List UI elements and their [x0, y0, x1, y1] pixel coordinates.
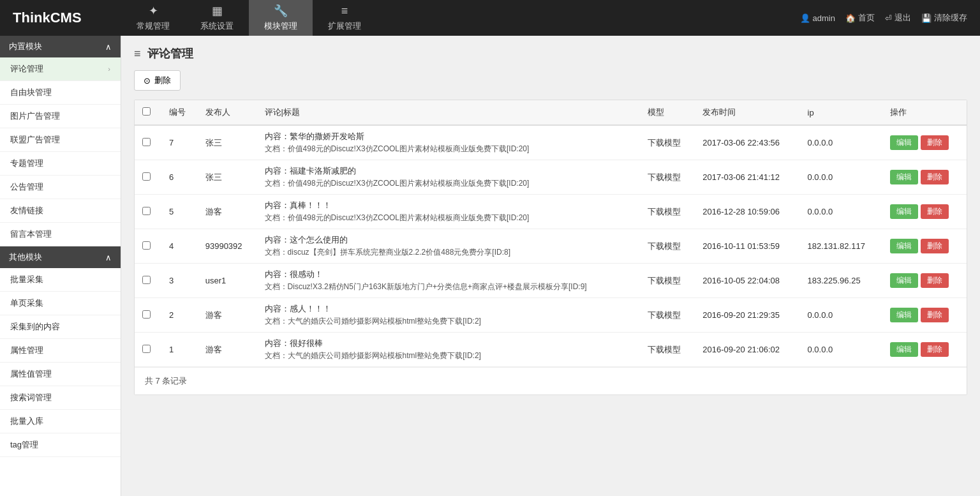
sidebar-item-freeblock[interactable]: 自由块管理 [0, 81, 121, 105]
row-author: 张三 [198, 125, 257, 160]
page-header: ≡ 评论管理 [134, 46, 967, 61]
comment-content: 内容：感人！！！ [265, 303, 632, 315]
edit-button[interactable]: 编辑 [890, 239, 918, 253]
delete-button-label: 删除 [154, 75, 171, 86]
nav-logout[interactable]: ⏎ 退出 [885, 12, 911, 24]
row-select-checkbox[interactable] [142, 276, 151, 284]
comment-content: 内容：繁华的撒娇开发哈斯 [265, 131, 632, 142]
sidebar-item-attrvalue-label: 属性值管理 [10, 368, 52, 380]
row-id: 6 [161, 160, 198, 195]
sidebar-item-tagmgr[interactable]: tag管理 [0, 433, 121, 457]
delete-button[interactable]: 删除 [921, 308, 949, 322]
row-model: 下载模型 [640, 298, 695, 333]
main-content: ≡ 评论管理 ⊙ 删除 编号 发布人 评论|标题 模型 发布时间 [121, 36, 980, 496]
sidebar-item-friendlink[interactable]: 友情链接 [0, 199, 121, 223]
row-comment: 内容：感人！！！ 文档：大气的婚庆公司婚纱摄影网站模板html整站免费下载[ID… [257, 298, 640, 333]
layout: 内置模块 ∧ 评论管理 › 自由块管理 图片广告管理 联盟广告管理 专题管理 公… [0, 36, 980, 496]
row-checkbox[interactable] [135, 125, 161, 160]
sidebar-item-attrmgr[interactable]: 属性管理 [0, 339, 121, 363]
th-time: 发布时间 [695, 100, 799, 125]
sidebar-collapse-builtin-icon[interactable]: ∧ [105, 42, 112, 52]
nav-normal[interactable]: ✦ 常规管理 [121, 0, 185, 36]
row-select-checkbox[interactable] [142, 241, 151, 250]
comment-content: 内容：福建卡洛斯减肥的 [265, 165, 632, 177]
sidebar-item-comment[interactable]: 评论管理 › [0, 57, 121, 81]
sidebar-item-batchcollect[interactable]: 批量采集 [0, 268, 121, 292]
row-select-checkbox[interactable] [142, 207, 151, 215]
row-ops: 编辑 删除 [882, 160, 967, 195]
row-select-checkbox[interactable] [142, 138, 151, 146]
comment-content: 内容：这个怎么使用的 [265, 234, 632, 246]
nav-module[interactable]: 🔧 模块管理 [249, 0, 313, 36]
edit-button[interactable]: 编辑 [890, 273, 918, 288]
sidebar-section-builtin-title: 内置模块 [9, 41, 42, 52]
row-time: 2016-09-20 21:29:35 [695, 298, 799, 333]
row-comment: 内容：很好很棒 文档：大气的婚庆公司婚纱摄影网站模板html整站免费下载[ID:… [257, 333, 640, 367]
row-checkbox[interactable] [135, 229, 161, 264]
row-author: 游客 [198, 298, 257, 333]
row-checkbox[interactable] [135, 195, 161, 229]
row-checkbox[interactable] [135, 160, 161, 195]
row-select-checkbox[interactable] [142, 310, 151, 319]
row-comment: 内容：真棒！！！ 文档：价值498元的Discuz!X3仿ZCOOL图片素材站模… [257, 195, 640, 229]
delete-button[interactable]: 删除 [921, 135, 949, 150]
comment-doc: 文档：Discuz!X3.2精仿N5门户163K新版地方门户+分类信息+商家点评… [265, 282, 632, 292]
row-checkbox[interactable] [135, 298, 161, 333]
top-nav: ThinkCMS ✦ 常规管理 ▦ 系统设置 🔧 模块管理 ≡ 扩展管理 👤 a… [0, 0, 980, 36]
cache-label: 清除缓存 [934, 12, 967, 24]
edit-button[interactable]: 编辑 [890, 170, 918, 184]
th-checkbox [135, 100, 161, 125]
row-ip: 0.0.0.0 [800, 298, 883, 333]
edit-button[interactable]: 编辑 [890, 204, 918, 219]
nav-user[interactable]: 👤 admin [800, 13, 835, 23]
row-ip: 0.0.0.0 [800, 160, 883, 195]
table-row: 3 user1 内容：很感动！ 文档：Discuz!X3.2精仿N5门户163K… [135, 264, 967, 298]
delete-button[interactable]: 删除 [921, 342, 949, 357]
sidebar-item-notice[interactable]: 公告管理 [0, 176, 121, 199]
sidebar-item-comment-arrow: › [108, 65, 110, 73]
delete-button[interactable]: 删除 [921, 273, 949, 288]
row-select-checkbox[interactable] [142, 345, 151, 353]
delete-selected-button[interactable]: ⊙ 删除 [134, 70, 181, 91]
row-checkbox[interactable] [135, 264, 161, 298]
row-select-checkbox[interactable] [142, 172, 151, 181]
delete-button[interactable]: 删除 [921, 204, 949, 219]
logout-label: 退出 [895, 12, 911, 24]
sidebar-collapse-other-icon[interactable]: ∧ [105, 253, 112, 262]
table-header-row: 编号 发布人 评论|标题 模型 发布时间 ip 操作 [135, 100, 967, 125]
sidebar-item-collectedcontent[interactable]: 采集到的内容 [0, 315, 121, 339]
row-model: 下载模型 [640, 195, 695, 229]
row-checkbox[interactable] [135, 333, 161, 367]
nav-system[interactable]: ▦ 系统设置 [185, 0, 249, 36]
sidebar-item-singlecollect[interactable]: 单页采集 [0, 292, 121, 315]
nav-clear-cache[interactable]: 💾 清除缓存 [921, 12, 967, 24]
sidebar-item-searchword[interactable]: 搜索词管理 [0, 386, 121, 410]
delete-button[interactable]: 删除 [921, 239, 949, 253]
sidebar-item-imgad[interactable]: 图片广告管理 [0, 105, 121, 128]
row-ip: 183.225.96.25 [800, 264, 883, 298]
th-author: 发布人 [198, 100, 257, 125]
row-author: 游客 [198, 333, 257, 367]
edit-button[interactable]: 编辑 [890, 135, 918, 150]
sidebar-item-special[interactable]: 专题管理 [0, 152, 121, 176]
sidebar-item-unionad[interactable]: 联盟广告管理 [0, 128, 121, 152]
table-container: 编号 发布人 评论|标题 模型 发布时间 ip 操作 7 张三 内容：繁华的撒娇… [134, 100, 967, 395]
nav-extend[interactable]: ≡ 扩展管理 [313, 0, 376, 36]
sidebar-item-tagmgr-label: tag管理 [10, 439, 38, 451]
row-time: 2016-12-28 10:59:06 [695, 195, 799, 229]
edit-button[interactable]: 编辑 [890, 342, 918, 357]
sidebar-item-guestbook[interactable]: 留言本管理 [0, 223, 121, 246]
sidebar-item-attrvalue[interactable]: 属性值管理 [0, 363, 121, 386]
nav-home[interactable]: 🏠 首页 [845, 12, 875, 24]
sidebar-section-other: 其他模块 ∧ [0, 246, 121, 268]
delete-button[interactable]: 删除 [921, 170, 949, 184]
sidebar-item-imgad-label: 图片广告管理 [10, 110, 60, 122]
select-all-checkbox[interactable] [142, 107, 151, 116]
row-id: 5 [161, 195, 198, 229]
row-model: 下载模型 [640, 333, 695, 367]
table-footer: 共 7 条记录 [135, 367, 967, 395]
sidebar-item-batchimport[interactable]: 批量入库 [0, 410, 121, 433]
table-row: 7 张三 内容：繁华的撒娇开发哈斯 文档：价值498元的Discuz!X3仿ZC… [135, 125, 967, 160]
edit-button[interactable]: 编辑 [890, 308, 918, 322]
user-icon: 👤 [800, 13, 810, 23]
